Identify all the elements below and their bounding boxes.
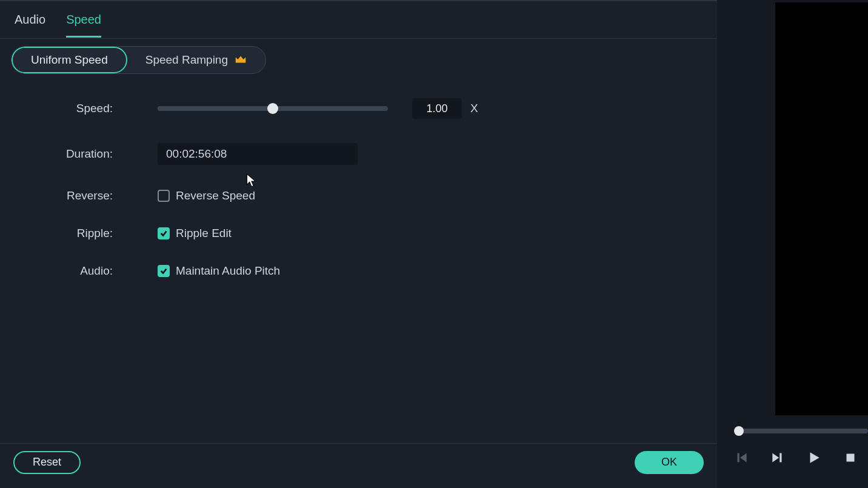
speed-slider-thumb[interactable] <box>267 103 278 114</box>
preview-viewport <box>775 2 868 415</box>
speed-value-input[interactable]: 1.00 <box>412 98 462 119</box>
speed-unit: X <box>470 102 478 115</box>
transport-controls <box>732 448 860 467</box>
dialog-footer: Reset OK <box>0 443 717 481</box>
tab-speed[interactable]: Speed <box>66 2 101 38</box>
speed-settings-panel: Audio Speed Uniform Speed Speed Ramping … <box>0 0 717 488</box>
step-forward-button[interactable] <box>768 448 787 467</box>
maintain-audio-pitch-checkbox[interactable]: Maintain Audio Pitch <box>158 264 280 278</box>
maintain-audio-pitch-checkbox-label: Maintain Audio Pitch <box>176 264 280 278</box>
crown-icon <box>234 53 247 67</box>
reverse-speed-checkbox-label: Reverse Speed <box>176 189 255 202</box>
ripple-label: Ripple: <box>12 227 158 240</box>
reverse-label: Reverse: <box>12 189 158 202</box>
ripple-edit-checkbox[interactable]: Ripple Edit <box>158 227 232 240</box>
stop-button[interactable] <box>841 448 860 467</box>
tab-audio[interactable]: Audio <box>15 2 45 38</box>
audio-label: Audio: <box>12 264 158 278</box>
play-button[interactable] <box>804 448 824 467</box>
reverse-speed-checkbox[interactable]: Reverse Speed <box>158 189 255 202</box>
mode-uniform-speed[interactable]: Uniform Speed <box>12 47 127 73</box>
reset-button[interactable]: Reset <box>13 451 81 474</box>
preview-panel <box>717 0 868 488</box>
ok-button[interactable]: OK <box>635 451 704 474</box>
speed-label: Speed: <box>12 102 158 115</box>
svg-rect-0 <box>847 454 855 462</box>
speed-slider[interactable] <box>158 106 388 111</box>
top-tabs: Audio Speed <box>0 1 717 39</box>
scrubber-thumb[interactable] <box>734 426 744 436</box>
duration-label: Duration: <box>12 147 158 161</box>
duration-input[interactable]: 00:02:56:08 <box>158 143 358 165</box>
step-back-button[interactable] <box>732 448 751 467</box>
ripple-edit-checkbox-label: Ripple Edit <box>176 227 232 240</box>
speed-mode-selector: Uniform Speed Speed Ramping <box>0 39 717 74</box>
preview-scrubber[interactable] <box>736 429 868 433</box>
mode-speed-ramping-label: Speed Ramping <box>145 53 228 67</box>
mode-speed-ramping[interactable]: Speed Ramping <box>127 47 265 73</box>
